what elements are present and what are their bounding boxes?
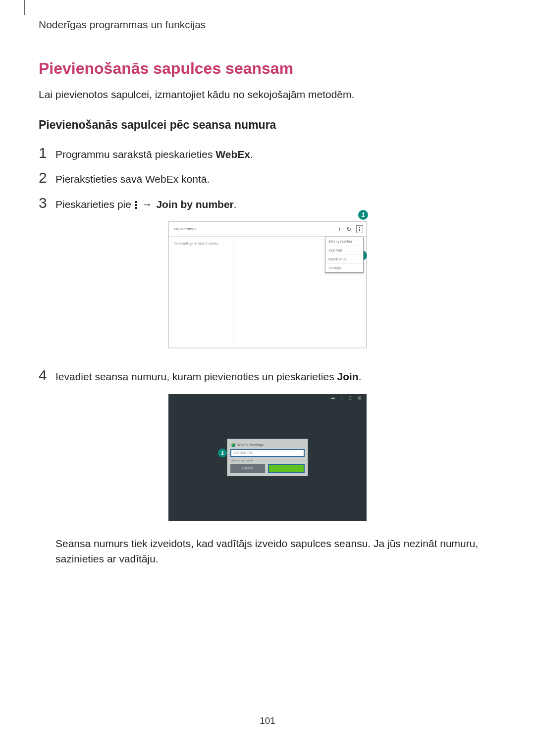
screenshot-meetings-list: 1 My Meetings + ↻ No meetings in next 2 … (168, 221, 367, 348)
battery-icon: ▢ (349, 396, 353, 400)
step-2: 2 Pierakstieties savā WebEx kontā. (39, 170, 496, 186)
page-content: Noderīgas programmas un funkcijas Pievie… (0, 0, 535, 567)
empty-state-text: No meetings in next 2 weeks (174, 242, 218, 245)
menu-item-settings[interactable]: Settings (325, 264, 363, 272)
section-header: Noderīgas programmas un funkcijas (39, 19, 496, 31)
step-number: 3 (39, 196, 55, 210)
callout-1: 1 (358, 210, 368, 220)
page-title: Pievienošanās sapulces seansam (39, 59, 496, 78)
menu-item-sign-out[interactable]: Sign Out (325, 246, 363, 255)
wifi-icon: ⋮ (340, 396, 344, 400)
page-number: 101 (0, 715, 535, 726)
cancel-button[interactable]: Cancel (230, 464, 265, 473)
intro-text: Lai pievienotos sapulcei, izmantojiet kā… (39, 89, 496, 101)
step-text: Pierakstieties savā WebEx kontā. (55, 172, 210, 186)
menu-item-join-by-number[interactable]: Join by number (325, 237, 363, 246)
info-note: Seansa numurs tiek izveidots, kad vadītā… (39, 536, 496, 567)
status-bar: ▬ ⋮ ▢ ▤ (168, 394, 367, 402)
overflow-menu-icon[interactable] (356, 225, 363, 233)
step-3: 3 Pieskarieties pie → Join by number. (39, 196, 496, 211)
step-text: Ievadiet seansa numuru, kuram pievienoti… (55, 369, 362, 384)
dialog-title: WebEx Meetings (230, 442, 305, 449)
status-icon: ▬ (331, 396, 335, 400)
step-1: 1 Programmu sarakstā pieskarieties WebEx… (39, 146, 496, 161)
join-button[interactable] (268, 464, 305, 473)
vertical-dots-icon (135, 200, 137, 210)
arrow-icon: → (142, 199, 153, 210)
app-title: My Meetings (174, 227, 196, 231)
join-dialog: WebEx Meetings 123 456 789 Samsung mobil… (227, 439, 308, 476)
step-text: Programmu sarakstā pieskarieties WebEx. (55, 147, 253, 161)
signal-icon: ▤ (358, 396, 362, 400)
menu-item-watch-video[interactable]: Watch video (325, 255, 363, 264)
meetings-panel: No meetings in next 2 weeks (169, 237, 233, 348)
step-number: 1 (39, 146, 55, 160)
session-number-input[interactable]: 123 456 789 (230, 449, 305, 457)
callout-1: 1 (218, 449, 227, 457)
step-number: 2 (39, 170, 55, 185)
screenshot-join-dialog: ▬ ⋮ ▢ ▤ 1 2 WebEx Meetings 123 456 789 S… (168, 394, 367, 521)
plus-icon[interactable]: + (338, 226, 341, 233)
page-fold-mark (24, 0, 25, 15)
refresh-icon[interactable]: ↻ (346, 226, 351, 233)
step-4: 4 Ievadiet seansa numuru, kuram pievieno… (39, 368, 496, 384)
app-header: My Meetings + ↻ (169, 222, 366, 237)
step-text: Pieskarieties pie → Join by number. (55, 197, 237, 211)
overflow-menu: Join by number Sign Out Watch video Sett… (325, 237, 364, 273)
dialog-subtext: Samsung mobile (230, 459, 305, 464)
step-number: 4 (39, 368, 55, 383)
subsection-title: Pievienošanās sapulcei pēc seansa numura (39, 118, 496, 132)
webex-logo-icon (231, 443, 235, 447)
